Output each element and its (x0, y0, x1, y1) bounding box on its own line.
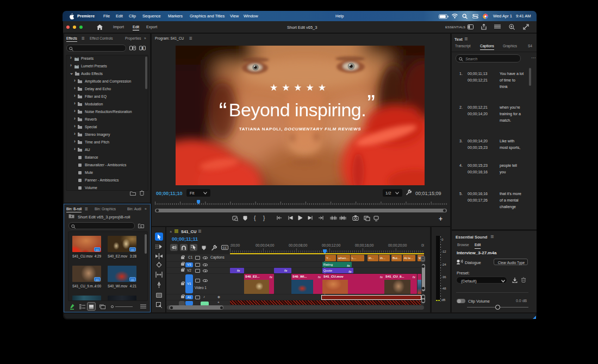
svg-text:}: } (263, 215, 265, 221)
svg-text:{: { (254, 215, 256, 221)
svg-text:32: 32 (141, 47, 144, 50)
